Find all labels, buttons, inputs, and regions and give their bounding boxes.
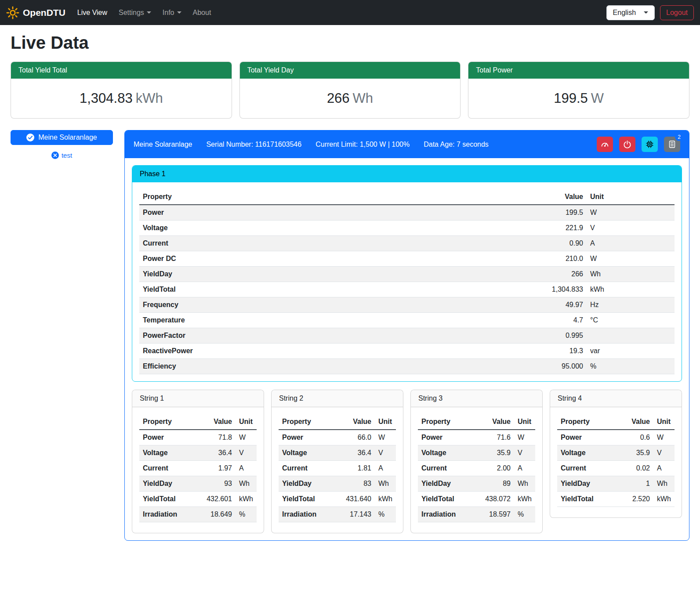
inverter-sidebar: Meine Solaranlage test — [11, 130, 113, 159]
hidden-inverter-label: test — [62, 152, 72, 159]
chevron-down-icon — [177, 11, 181, 14]
property-cell: Voltage — [139, 221, 534, 236]
chevron-down-icon — [644, 11, 648, 14]
value-cell: 438.072 — [480, 492, 514, 507]
table-row: Voltage221.9V — [139, 221, 675, 236]
string-card-title: String 3 — [411, 390, 542, 407]
value-cell: 1.97 — [201, 461, 236, 476]
nav-live-view[interactable]: Live View — [72, 5, 113, 20]
property-cell: Irradiation — [279, 507, 341, 522]
unit-cell: kWh — [653, 492, 675, 507]
inverter-select-button[interactable]: Meine Solaranlage — [11, 130, 113, 145]
brand[interactable]: OpenDTU — [6, 6, 65, 19]
total-power-card: Total Power 199.5W — [468, 62, 689, 119]
property-cell: Power — [279, 430, 341, 445]
unit-cell: Wh — [587, 267, 675, 282]
string-card-title: String 2 — [272, 390, 403, 407]
table-row: ReactivePower19.3var — [139, 344, 675, 359]
property-cell: Power DC — [139, 251, 534, 267]
property-cell: YieldTotal — [139, 282, 534, 297]
value-cell: 221.9 — [534, 221, 587, 236]
value-cell: 49.97 — [534, 297, 587, 313]
property-cell: YieldDay — [139, 476, 201, 492]
unit-cell: W — [514, 430, 535, 445]
eventlog-button[interactable]: 2 — [664, 137, 680, 152]
unit-cell: V — [375, 445, 396, 461]
logout-button[interactable]: Logout — [660, 5, 694, 20]
unit-cell: var — [587, 344, 675, 359]
table-row: Voltage36.4V — [279, 445, 396, 461]
unit-cell: kWh — [236, 492, 257, 507]
table-row: YieldTotal1,304.833kWh — [139, 282, 675, 297]
property-cell: Voltage — [557, 445, 619, 461]
card-value: 266Wh — [240, 79, 461, 118]
column-header-unit: Unit — [375, 414, 396, 430]
string-card-body: Property Value Unit Power0.6WVoltage35.9… — [550, 407, 682, 517]
column-header-property: Property — [557, 414, 619, 430]
value-cell: 0.02 — [619, 461, 653, 476]
table-row: Power199.5W — [139, 205, 675, 221]
unit-cell: V — [653, 445, 675, 461]
value-cell: 210.0 — [534, 251, 587, 267]
value-cell: 18.597 — [480, 507, 514, 522]
value-cell: 36.4 — [341, 445, 375, 461]
cpu-icon — [646, 140, 654, 148]
unit-cell: A — [514, 461, 535, 476]
column-header-unit: Unit — [653, 414, 675, 430]
string-4-table: Property Value Unit Power0.6WVoltage35.9… — [557, 414, 675, 507]
value-cell: 18.649 — [201, 507, 236, 522]
property-cell: Power — [139, 430, 201, 445]
table-row: PowerFactor0.995 — [139, 328, 675, 344]
value-cell: 2.520 — [619, 492, 653, 507]
nav-about[interactable]: About — [187, 5, 217, 20]
language-value: English — [613, 9, 636, 17]
table-row: YieldTotal432.601kWh — [139, 492, 257, 507]
strings-grid: String 1 Property Value Unit — [132, 390, 682, 533]
phase-card-title: Phase 1 — [132, 166, 682, 182]
card-title: Total Yield Total — [11, 62, 232, 79]
value-cell: 0.6 — [619, 430, 653, 445]
table-row: Current2.00A — [418, 461, 535, 476]
property-cell: Power — [557, 430, 619, 445]
language-select[interactable]: English — [606, 5, 655, 20]
inverter-panel: Meine Solaranlage Serial Number: 1161716… — [124, 130, 689, 541]
unit-cell: V — [236, 445, 257, 461]
value-cell: 71.6 — [480, 430, 514, 445]
unit-cell: % — [514, 507, 535, 522]
limit-settings-button[interactable] — [597, 137, 613, 152]
nav-settings[interactable]: Settings — [113, 5, 157, 20]
unit-cell: V — [514, 445, 535, 461]
property-cell: YieldDay — [279, 476, 341, 492]
table-row: Voltage36.4V — [139, 445, 257, 461]
unit-cell: kWh — [587, 282, 675, 297]
column-header-property: Property — [279, 414, 341, 430]
panel-action-buttons: 2 — [597, 137, 680, 152]
table-row: Power0.6W — [557, 430, 675, 445]
power-button[interactable] — [619, 137, 635, 152]
string-card-body: Property Value Unit Power66.0WVoltage36.… — [272, 407, 403, 533]
table-row: Temperature4.7°C — [139, 313, 675, 328]
value-cell: 17.143 — [341, 507, 375, 522]
check-circle-icon — [26, 134, 34, 141]
table-row: Irradiation18.597% — [418, 507, 535, 522]
value-cell: 266 — [534, 267, 587, 282]
property-cell: Current — [557, 461, 619, 476]
hidden-inverter-toggle[interactable]: test — [11, 152, 113, 159]
column-header-unit: Unit — [236, 414, 257, 430]
value-cell: 66.0 — [341, 430, 375, 445]
table-row: Current1.97A — [139, 461, 257, 476]
string-1-card: String 1 Property Value Unit — [132, 390, 264, 533]
value-cell: 35.9 — [480, 445, 514, 461]
device-info-button[interactable] — [642, 137, 658, 152]
value-cell: 199.5 — [534, 205, 587, 221]
property-cell: Efficiency — [139, 359, 534, 374]
inverter-name: Meine Solaranlage — [134, 141, 192, 148]
inverter-panel-body: Phase 1 Property Value Unit Power199.5WV… — [125, 158, 689, 540]
property-cell: Voltage — [418, 445, 480, 461]
card-title: Total Power — [468, 62, 689, 79]
unit-cell: % — [236, 507, 257, 522]
unit-cell: kWh — [514, 492, 535, 507]
string-card-title: String 4 — [550, 390, 682, 407]
unit-cell: Wh — [514, 476, 535, 492]
nav-info[interactable]: Info — [157, 5, 187, 20]
